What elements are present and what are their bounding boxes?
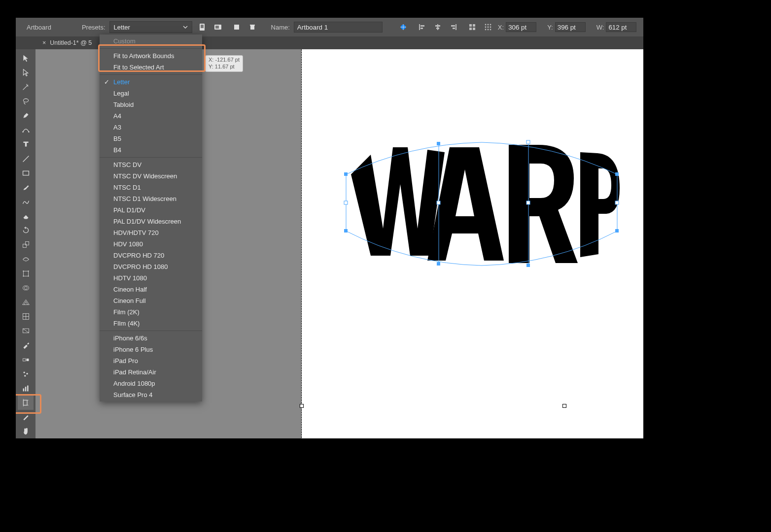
canvas-handle[interactable]	[562, 404, 566, 408]
preset-a3[interactable]: A3	[100, 122, 202, 133]
svg-point-23	[490, 24, 491, 26]
coord-y: Y: 11.67 pt	[209, 64, 240, 70]
move-with-artboard-button[interactable]	[397, 21, 409, 33]
menu-separator	[100, 48, 202, 49]
preset-cineon-full[interactable]: Cineon Full	[100, 295, 202, 306]
orientation-landscape-button[interactable]	[212, 21, 224, 33]
svg-point-38	[28, 270, 29, 271]
preset-hdtv-1080[interactable]: HDTV 1080	[100, 272, 202, 284]
preset-iphone-6-plus[interactable]: iPhone 6 Plus	[100, 344, 202, 355]
preset-surface-pro-4[interactable]: Surface Pro 4	[100, 389, 202, 400]
preset-ntsc-d1[interactable]: NTSC D1	[100, 182, 202, 193]
preset-film-4k[interactable]: FIlm (4K)	[100, 318, 202, 329]
svg-rect-6	[250, 25, 255, 26]
eyedropper-tool[interactable]	[18, 338, 34, 352]
perspective-grid-tool[interactable]	[18, 295, 34, 309]
width-tool[interactable]	[18, 252, 34, 266]
selection-tool[interactable]	[18, 51, 34, 65]
rotate-tool[interactable]	[18, 224, 34, 237]
svg-rect-16	[453, 28, 455, 29]
type-tool[interactable]	[18, 137, 34, 151]
direct-selection-tool[interactable]	[18, 66, 34, 79]
preset-pal-d1dv-wide[interactable]: PAL D1/DV Widescreen	[100, 216, 202, 227]
paintbrush-tool[interactable]	[18, 180, 34, 194]
eraser-tool[interactable]	[18, 209, 34, 223]
preset-ntsc-dv-wide[interactable]: NTSC DV Widescreen	[100, 170, 202, 182]
app-window: Artboard Presets: Letter Name: X: Y:	[16, 18, 643, 438]
delete-artboard-button[interactable]	[246, 21, 258, 33]
svg-rect-33	[23, 171, 29, 175]
presets-dropdown-menu: Custom Fit to Artwork Bounds Fit to Sele…	[100, 34, 202, 401]
preset-b4[interactable]: B4	[100, 144, 202, 156]
artboard-name-input[interactable]	[294, 22, 383, 33]
shape-builder-tool[interactable]	[18, 281, 34, 295]
svg-point-24	[485, 27, 486, 28]
rectangle-tool[interactable]	[18, 166, 34, 180]
svg-point-25	[487, 27, 489, 28]
line-tool[interactable]	[18, 152, 34, 166]
scale-tool[interactable]	[18, 238, 34, 252]
preset-ipad-retina[interactable]: iPad Retina/Air	[100, 366, 202, 378]
control-bar: Artboard Presets: Letter Name: X: Y:	[16, 18, 643, 36]
svg-rect-13	[436, 28, 439, 29]
canvas-handle[interactable]	[300, 404, 304, 408]
gradient-tool[interactable]	[18, 324, 34, 338]
preset-ntsc-d1-wide[interactable]: NTSC D1 Widescreen	[100, 193, 202, 204]
svg-point-47	[23, 371, 25, 373]
curvature-tool[interactable]	[18, 123, 34, 137]
preset-ipad-pro[interactable]: iPad Pro	[100, 355, 202, 366]
preset-letter[interactable]: Letter	[100, 76, 202, 88]
preset-hdv-720[interactable]: HDV/HDTV 720	[100, 227, 202, 238]
preset-ntsc-dv[interactable]: NTSC DV	[100, 159, 202, 170]
align-right-button[interactable]	[448, 21, 459, 33]
preset-tabloid[interactable]: Tabloid	[100, 99, 202, 110]
blend-tool[interactable]	[18, 353, 34, 366]
new-artboard-button[interactable]	[231, 21, 243, 33]
preset-b5[interactable]: B5	[100, 133, 202, 144]
hand-tool[interactable]	[18, 425, 34, 438]
free-transform-tool[interactable]	[18, 266, 34, 280]
y-label: Y:	[547, 24, 553, 31]
artboard-canvas[interactable]	[302, 49, 643, 438]
preset-fit-selected-art[interactable]: Fit to Selected Art	[100, 62, 202, 73]
align-center-button[interactable]	[432, 21, 444, 33]
preset-dvcpro-1080[interactable]: DVCPRO HD 1080	[100, 261, 202, 272]
magic-wand-tool[interactable]	[18, 80, 34, 94]
tab-close-button[interactable]: ×	[40, 39, 48, 46]
svg-rect-53	[23, 400, 27, 405]
slice-tool[interactable]	[18, 410, 34, 424]
svg-rect-3	[215, 26, 219, 29]
artboard-options-button[interactable]	[466, 21, 478, 33]
preset-a4[interactable]: A4	[100, 110, 202, 122]
lasso-tool[interactable]	[18, 94, 34, 108]
reference-point-button[interactable]	[482, 21, 494, 33]
preset-dvcpro-720[interactable]: DVCPRO HD 720	[100, 250, 202, 261]
symbol-sprayer-tool[interactable]	[18, 367, 34, 381]
preset-pal-d1dv[interactable]: PAL D1/DV	[100, 204, 202, 216]
x-label: X:	[498, 24, 504, 31]
artboard-tool[interactable]	[18, 396, 34, 409]
presets-dropdown[interactable]: Letter	[109, 21, 192, 33]
document-tab-title[interactable]: Untitled-1* @ 5	[48, 39, 92, 46]
y-input[interactable]	[555, 22, 586, 32]
mesh-tool[interactable]	[18, 310, 34, 324]
pen-tool[interactable]	[18, 109, 34, 123]
x-input[interactable]	[506, 22, 536, 32]
preset-legal[interactable]: Legal	[100, 88, 202, 99]
preset-fit-artwork-bounds[interactable]: Fit to Artwork Bounds	[100, 50, 202, 62]
w-input[interactable]	[606, 22, 636, 32]
preset-iphone-6[interactable]: iPhone 6/6s	[100, 332, 202, 344]
preset-cineon-half[interactable]: Cineon Half	[100, 284, 202, 295]
svg-point-29	[490, 29, 491, 31]
preset-custom: Custom	[100, 35, 202, 47]
svg-rect-46	[26, 358, 29, 361]
svg-rect-8	[419, 24, 420, 30]
preset-film-2k[interactable]: Film (2K)	[100, 306, 202, 318]
align-left-button[interactable]	[416, 21, 428, 33]
preset-hdv-1080[interactable]: HDV 1080	[100, 238, 202, 250]
orientation-portrait-button[interactable]	[196, 21, 208, 33]
column-graph-tool[interactable]	[18, 381, 34, 395]
menu-separator	[100, 331, 202, 331]
shaper-tool[interactable]	[18, 195, 34, 208]
preset-android-1080p[interactable]: Android 1080p	[100, 378, 202, 389]
